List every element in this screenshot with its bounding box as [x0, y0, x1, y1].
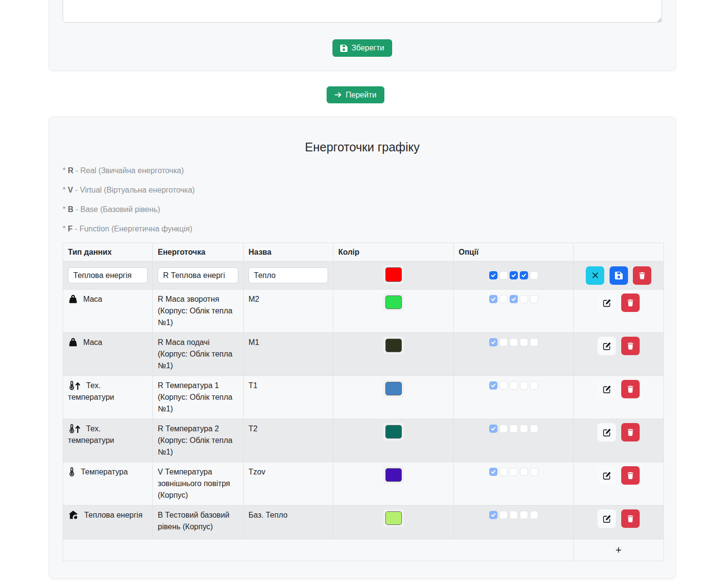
row-point: R Маса зворотня (Корпус: Облік тепла №1): [153, 290, 244, 333]
temperature-arrow-up-icon: [68, 424, 81, 434]
trash-icon: [627, 385, 634, 393]
option-checkbox[interactable]: [499, 271, 508, 279]
row-type: Маса: [83, 295, 102, 303]
row-name: M2: [244, 290, 333, 333]
option-checkbox: [489, 338, 497, 346]
page: Зберегти Перейти Енерготочки графіку * R…: [0, 0, 711, 588]
weight-icon: [68, 337, 78, 347]
trash-icon: [627, 342, 634, 350]
delete-button[interactable]: [621, 509, 640, 528]
row-save-button[interactable]: [610, 266, 628, 285]
save-icon: [615, 272, 623, 279]
pencil-square-icon: [603, 515, 611, 523]
option-checkbox: [499, 338, 508, 346]
option-checkbox: [489, 381, 497, 390]
row-point: R Маса подачі (Корпус: Облік тепла №1): [153, 333, 244, 376]
trash-icon: [627, 299, 634, 307]
option-checkbox: [510, 425, 518, 433]
color-swatch: [385, 468, 402, 482]
options-checkboxes: [489, 294, 538, 303]
option-checkbox: [499, 468, 508, 476]
table-row: Тех. температури R Температура 1 (Корпус…: [63, 376, 664, 419]
options-checkboxes: [489, 380, 538, 390]
option-checkbox[interactable]: [530, 271, 538, 279]
color-display: [383, 294, 404, 311]
table-row: Температура V Температура зовнішнього по…: [63, 462, 664, 506]
row-point: R Температура 2 (Корпус: Облік тепла №1): [153, 419, 244, 462]
color-swatch: [385, 295, 402, 309]
legend-item-virtual: * V - Virtual (Віртуальна енерготочка): [63, 184, 662, 196]
option-checkbox: [520, 338, 528, 346]
delete-button[interactable]: [621, 380, 640, 398]
go-button[interactable]: Перейти: [327, 86, 384, 103]
legend-item-real: * R - Real (Звичайна енерготочка): [63, 165, 662, 177]
delete-button[interactable]: [621, 337, 640, 355]
option-checkbox: [510, 511, 518, 519]
color-display: [383, 509, 404, 527]
color-swatch: [385, 511, 402, 525]
option-checkbox[interactable]: [510, 271, 518, 279]
delete-button[interactable]: [633, 266, 651, 285]
energy-points-card: Енерготочки графіку * R - Real (Звичайна…: [49, 116, 676, 579]
option-checkbox: [530, 425, 538, 433]
save-button[interactable]: Зберегти: [332, 39, 392, 57]
trash-icon: [638, 272, 646, 279]
type-input[interactable]: [68, 267, 148, 283]
option-checkbox: [530, 468, 538, 476]
edit-button[interactable]: [597, 380, 616, 398]
option-checkbox: [530, 295, 538, 303]
option-checkbox[interactable]: [489, 271, 497, 279]
name-input[interactable]: [248, 267, 328, 283]
column-header-point: Енерготочка: [153, 243, 244, 261]
color-swatch: [385, 267, 402, 282]
row-name: T1: [244, 376, 333, 419]
options-checkboxes: [489, 337, 538, 346]
legend-item-base: * B - Base (Базовий рівень): [63, 204, 662, 215]
option-checkbox: [520, 381, 528, 390]
edit-button[interactable]: [597, 294, 616, 312]
save-icon: [340, 45, 347, 52]
edit-row: [63, 261, 664, 290]
column-header-options: Опції: [454, 243, 574, 261]
trash-icon: [627, 515, 634, 523]
trash-icon: [627, 428, 634, 436]
options-checkboxes: [489, 270, 538, 279]
edit-button[interactable]: [597, 337, 616, 355]
edit-button[interactable]: [597, 509, 616, 528]
row-name: Tzov: [244, 462, 333, 506]
pencil-square-icon: [603, 299, 611, 307]
pencil-square-icon: [603, 428, 611, 437]
edit-button[interactable]: [597, 466, 616, 485]
add-row-button[interactable]: +: [611, 544, 627, 556]
delete-button[interactable]: [621, 466, 640, 485]
option-checkbox: [520, 468, 528, 476]
legend: * R - Real (Звичайна енерготочка) * V - …: [63, 165, 662, 235]
option-checkbox: [520, 295, 528, 303]
point-input[interactable]: [158, 267, 238, 283]
legend-item-function: * F - Function (Енергетична функція): [63, 223, 662, 235]
description-textarea[interactable]: [63, 0, 662, 23]
color-display: [383, 380, 404, 397]
row-point: R Температура 1 (Корпус: Облік тепла №1): [153, 376, 244, 419]
energy-points-table: Тип данних Енерготочка Назва Колір Опції: [63, 243, 664, 561]
cancel-button[interactable]: [586, 266, 604, 285]
color-display: [383, 337, 404, 354]
color-picker[interactable]: [383, 265, 404, 284]
edit-button[interactable]: [597, 423, 616, 441]
option-checkbox: [489, 425, 497, 433]
close-icon: [592, 272, 599, 279]
column-header-type: Тип данних: [63, 243, 153, 261]
delete-button[interactable]: [621, 423, 640, 441]
option-checkbox[interactable]: [520, 271, 528, 279]
delete-button[interactable]: [621, 294, 640, 312]
color-swatch: [385, 339, 402, 352]
options-checkboxes: [489, 509, 538, 519]
pencil-square-icon: [603, 472, 611, 480]
row-type: Температура: [81, 468, 128, 476]
option-checkbox: [530, 381, 538, 390]
temperature-arrow-up-icon: [68, 380, 81, 391]
option-checkbox: [530, 511, 538, 519]
table-row: Маса R Маса подачі (Корпус: Облік тепла …: [63, 333, 664, 376]
thermometer-icon: [68, 467, 76, 477]
option-checkbox: [499, 511, 508, 519]
